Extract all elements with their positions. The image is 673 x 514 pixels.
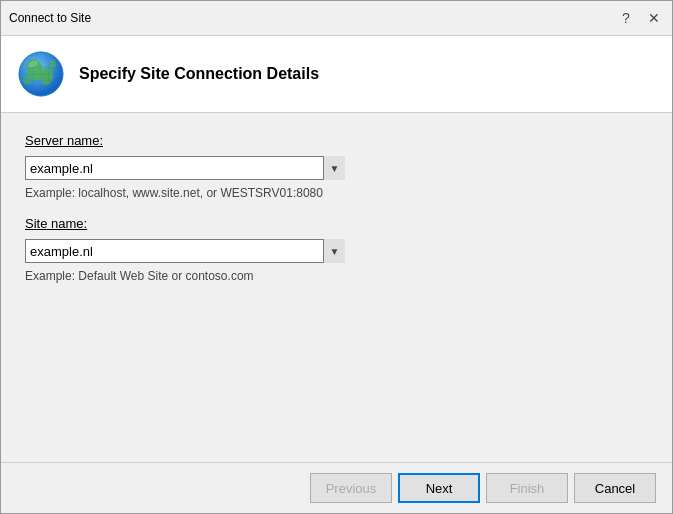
server-name-label: Server name:	[25, 133, 648, 148]
site-name-input[interactable]	[25, 239, 345, 263]
previous-button[interactable]: Previous	[310, 473, 392, 503]
close-button[interactable]: ✕	[644, 8, 664, 28]
title-bar-text: Connect to Site	[9, 11, 91, 25]
server-name-hint: Example: localhost, www.site.net, or WES…	[25, 186, 648, 200]
title-bar-right: ? ✕	[616, 8, 664, 28]
site-name-combo[interactable]: ▼	[25, 239, 345, 263]
title-bar-left: Connect to Site	[9, 11, 91, 25]
title-bar: Connect to Site ? ✕	[1, 1, 672, 36]
dialog-content: Server name: ▼ Example: localhost, www.s…	[1, 113, 672, 462]
globe-icon	[17, 50, 65, 98]
site-name-label: Site name:	[25, 216, 648, 231]
server-name-dropdown-arrow[interactable]: ▼	[323, 156, 345, 180]
finish-button[interactable]: Finish	[486, 473, 568, 503]
site-name-dropdown-arrow[interactable]: ▼	[323, 239, 345, 263]
cancel-button[interactable]: Cancel	[574, 473, 656, 503]
site-name-hint: Example: Default Web Site or contoso.com	[25, 269, 648, 283]
next-button[interactable]: Next	[398, 473, 480, 503]
dialog-header: Specify Site Connection Details	[1, 36, 672, 113]
help-button[interactable]: ?	[616, 8, 636, 28]
server-name-combo[interactable]: ▼	[25, 156, 345, 180]
server-name-input[interactable]	[25, 156, 345, 180]
dialog-title: Specify Site Connection Details	[79, 65, 319, 83]
dialog-footer: Previous Next Finish Cancel	[1, 462, 672, 513]
dialog-window: Connect to Site ? ✕	[0, 0, 673, 514]
